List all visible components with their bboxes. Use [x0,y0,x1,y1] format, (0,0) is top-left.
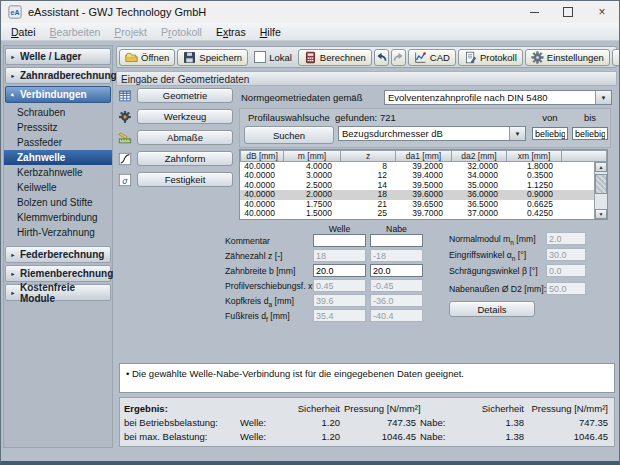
protokoll-button[interactable]: Protokoll [458,49,523,66]
sidebar-item-klemmverbindung[interactable]: Klemmverbindung [4,210,112,225]
sidebar-section-riemenberechnung[interactable]: ►Riemenberechnung [5,265,111,282]
search-criteria-combobox[interactable]: Bezugsdurchmesser dB ▼ [338,126,526,141]
table-row[interactable]: 40.00001.50002539.700037.00000.4250 [240,209,607,218]
form-label-eingriffswinkel: Eingriffswinkel αn [°] [449,250,526,262]
table-cell: 37.0000 [452,209,507,218]
nabe-sicherheit: 1.38 [472,417,524,428]
sidebar-item-keilwelle[interactable]: Keilwelle [4,180,112,195]
nav-button-festigkeit[interactable]: Festigkeit [137,172,233,187]
table-column-header-da1-mm[interactable]: da1 [mm] [396,150,452,162]
close-button[interactable]: × [585,1,619,23]
sidebar-section-zahnradberechnung[interactable]: ►Zahnradberechnung [5,67,111,84]
welle-sicherheit: 1.20 [290,431,340,442]
undo-button[interactable] [374,49,389,66]
sidebar-section-verbindungen[interactable]: ►Verbindungen [5,86,111,103]
sidebar-item-zahnwelle[interactable]: Zahnwelle [4,150,112,165]
zaehnezahl-nabe-input [370,249,423,262]
chevron-down-icon[interactable]: ▼ [509,127,525,140]
sidebar-section-label: Verbindungen [20,89,87,100]
menu-item-datei[interactable]: Datei [4,23,43,40]
message-box: • Die gewählte Welle-Nabe-Verbindung ist… [119,363,615,393]
redo-icon [392,51,405,64]
sidebar-item-passfeder[interactable]: Passfeder [4,135,112,150]
nav-button-zahnform[interactable]: Zahnform [137,151,233,166]
cad-button[interactable]: CAD [408,49,456,66]
speichern-button-label: Speichern [199,52,242,63]
fusskreis-nabe-input [370,309,423,322]
sidebar-item-schrauben[interactable]: Schrauben [4,105,112,120]
table-column-header-m-mm[interactable]: m [mm] [284,150,341,162]
results-header-row: Ergebnis:SicherheitPressung [N/mm²]Siche… [124,401,610,415]
scrollbar-thumb[interactable] [595,174,607,194]
speichern-button[interactable]: Speichern [177,49,248,66]
profile-table: dB [mm]m [mm]zda1 [mm]da2 [mm]xm [mm] 40… [239,149,608,220]
form-label-kommentar: Kommentar [225,236,270,246]
table-column-header-xm-mm[interactable]: xm [mm] [507,150,562,162]
table-column-header-da2-mm[interactable]: da2 [mm] [452,150,507,162]
table-column-header-z[interactable]: z [341,150,396,162]
maximize-button[interactable] [551,1,585,23]
scroll-down-icon[interactable]: ▼ [595,209,607,219]
table-cell: 0.4250 [507,209,562,218]
expand-arrow-icon: ► [9,91,17,99]
table-column-header-db-mm[interactable]: dB [mm] [240,150,284,162]
suchen-button[interactable]: Suchen [244,126,334,144]
details-button[interactable]: Details [449,301,535,317]
scroll-up-icon[interactable]: ▲ [595,162,607,172]
table-cell: 40.0000 [240,209,284,218]
results-col-header-1: Pressung [N/mm²] [344,403,416,414]
col-header-welle: Welle [313,224,366,234]
zahnbreite-nabe-input[interactable] [370,264,423,277]
von-input[interactable] [532,127,568,140]
menu-bar: DateiBearbeitenProjektProtokollExtrasHil… [1,23,619,41]
table-cell: 14 [341,181,396,190]
kommentar-welle-input[interactable] [313,234,366,247]
table-cell: 12 [341,171,396,180]
profile-search-panel: Profilauswahlsuche gefunden: 721 von bis… [239,108,611,148]
sidebar-section-kostenfreie-module[interactable]: ►Kostenfreie Module [5,284,111,301]
menu-item-bearbeiten[interactable]: Bearbeiten [43,23,108,40]
checkbox-icon[interactable] [254,51,266,63]
expand-arrow-icon: ► [10,290,15,295]
menu-item-protokoll[interactable]: Protokoll [154,23,209,40]
sidebar-item-bolzen-und-stifte[interactable]: Bolzen und Stifte [4,195,112,210]
bis-input[interactable] [572,127,608,140]
table-cell: 1.5000 [284,209,341,218]
table-cell: 39.7000 [396,209,452,218]
hilfe-button[interactable]: Hilfe [612,49,620,66]
sidebar-section-label: Kostenfreie Module [20,282,110,304]
sidebar-section-federberechnung[interactable]: ►Federberechnung [5,246,111,263]
norm-combobox[interactable]: Evolventenzahnprofile nach DIN 5480 ▼ [384,90,612,105]
menu-item-hilfe[interactable]: Hilfe [253,23,288,40]
nabe-label: Nabe: [420,431,468,442]
nav-button-werkzeug[interactable]: Werkzeug [137,109,233,124]
menu-item-projekt[interactable]: Projekt [107,23,154,40]
form-label-nabenaussen: Nabenaußen Ø D2 [mm]: [449,284,546,294]
sidebar-item-kerbzahnwelle[interactable]: Kerbzahnwelle [4,165,112,180]
sidebar-section-welle-lager[interactable]: ►Welle / Lager [5,48,111,65]
sidebar-section-label: Federberechnung [20,249,104,260]
minimize-button[interactable] [517,1,551,23]
sidebar-item-hirth-verzahnung[interactable]: Hirth-Verzahnung [4,225,112,240]
toolbar: ÖffnenSpeichernLokalBerechnenCADProtokol… [116,46,617,68]
table-cell: 8 [341,162,396,171]
kommentar-nabe-input[interactable] [370,234,423,247]
chevron-down-icon[interactable]: ▼ [595,91,611,104]
berechnen-button[interactable]: Berechnen [298,49,372,66]
nav-button-abma-e[interactable]: Abmaße [137,130,233,145]
form-label-zahnbreite: Zahnbreite b [mm] [225,266,296,276]
zahnbreite-welle-input[interactable] [313,264,366,277]
menu-item-extras[interactable]: Extras [209,23,253,40]
von-label: von [532,112,568,123]
strength-icon: σ [118,173,132,187]
einstellungen-button[interactable]: Einstellungen [525,49,610,66]
ffnen-button[interactable]: Öffnen [119,49,175,66]
form-label-kopfkreis: Kopfkreis da [mm] [225,296,294,308]
sidebar-item-presssitz[interactable]: Presssitz [4,120,112,135]
app-icon: eA [8,5,22,19]
nav-button-geometrie[interactable]: Geometrie [137,88,233,103]
form-label-zaehnezahl: Zähnezahl z [-] [225,251,282,261]
table-scrollbar[interactable]: ▲ ▼ [594,162,607,219]
expand-arrow-icon: ► [10,252,15,257]
nav-row-abma-e: Abmaße [118,130,233,145]
